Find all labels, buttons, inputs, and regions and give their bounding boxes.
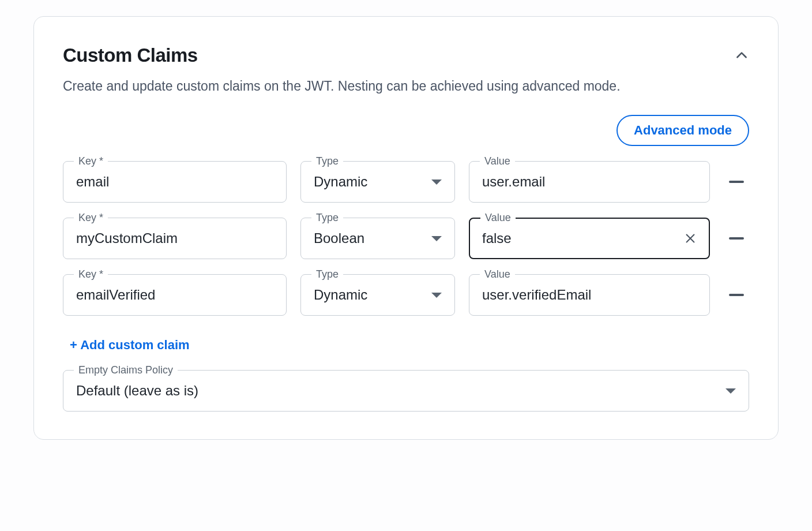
key-input[interactable] xyxy=(76,174,273,190)
advanced-mode-button[interactable]: Advanced mode xyxy=(616,115,749,146)
minus-icon xyxy=(729,294,744,296)
panel-title: Custom Claims xyxy=(63,44,198,66)
claim-row: Key * Type Boolean Value xyxy=(63,218,749,259)
type-label: Type xyxy=(311,268,343,281)
type-value: Boolean xyxy=(314,230,431,246)
key-label: Key * xyxy=(74,268,108,281)
chevron-down-icon xyxy=(431,236,442,241)
claim-row: Key * Type Dynamic Value xyxy=(63,274,749,316)
add-custom-claim-link[interactable]: + Add custom claim xyxy=(70,338,190,353)
panel-header: Custom Claims xyxy=(63,44,749,66)
claims-list: Key * Type Dynamic Value Key * Typ xyxy=(63,161,749,316)
minus-icon xyxy=(729,181,744,183)
type-label: Type xyxy=(311,212,343,224)
value-input[interactable] xyxy=(482,287,697,303)
value-field[interactable]: Value xyxy=(469,274,710,316)
value-field[interactable]: Value xyxy=(469,161,710,203)
panel-description: Create and update custom claims on the J… xyxy=(63,77,749,95)
policy-label: Empty Claims Policy xyxy=(74,364,178,376)
claim-row: Key * Type Dynamic Value xyxy=(63,161,749,203)
chevron-down-icon xyxy=(431,293,442,298)
key-field[interactable]: Key * xyxy=(63,274,287,316)
type-label: Type xyxy=(311,155,343,167)
key-field[interactable]: Key * xyxy=(63,161,287,203)
type-field[interactable]: Type Dynamic xyxy=(300,161,455,203)
empty-claims-policy-field[interactable]: Empty Claims Policy Default (leave as is… xyxy=(63,370,749,412)
advanced-mode-row: Advanced mode xyxy=(63,115,749,146)
key-label: Key * xyxy=(74,155,108,167)
type-field[interactable]: Type Dynamic xyxy=(300,274,455,316)
remove-claim-button[interactable] xyxy=(724,282,749,308)
key-input[interactable] xyxy=(76,287,273,303)
type-value: Dynamic xyxy=(314,287,431,303)
key-input[interactable] xyxy=(76,230,273,246)
chevron-down-icon xyxy=(725,388,736,394)
value-label: Value xyxy=(480,155,515,167)
value-field[interactable]: Value xyxy=(469,218,710,259)
key-field[interactable]: Key * xyxy=(63,218,287,259)
remove-claim-button[interactable] xyxy=(724,169,749,195)
value-input[interactable] xyxy=(482,174,697,190)
key-label: Key * xyxy=(74,212,108,224)
policy-value: Default (leave as is) xyxy=(76,383,725,399)
type-value: Dynamic xyxy=(314,174,431,190)
remove-claim-button[interactable] xyxy=(724,226,749,251)
type-field[interactable]: Type Boolean xyxy=(300,218,455,259)
value-input[interactable] xyxy=(482,230,679,246)
chevron-down-icon xyxy=(431,180,442,185)
collapse-icon[interactable] xyxy=(734,48,749,63)
value-label: Value xyxy=(480,268,515,281)
custom-claims-panel: Custom Claims Create and update custom c… xyxy=(33,16,779,440)
value-label: Value xyxy=(480,212,516,224)
clear-icon[interactable] xyxy=(684,232,697,245)
minus-icon xyxy=(729,237,744,240)
